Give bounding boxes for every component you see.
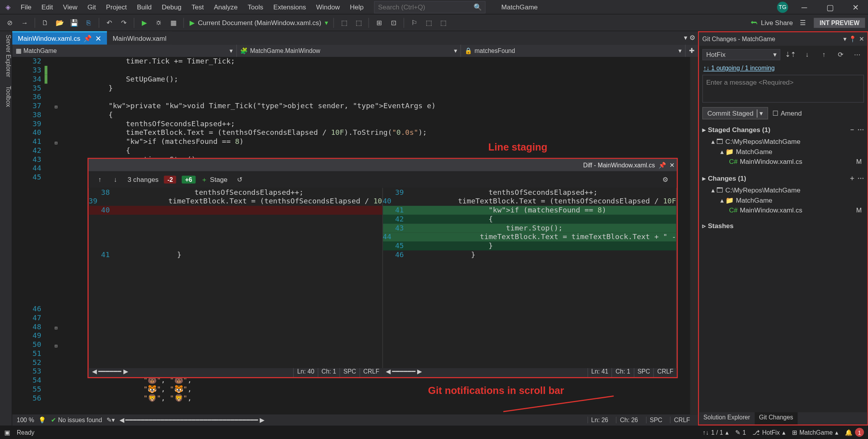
maximize-button[interactable]: ▢	[817, 2, 843, 11]
unstage-icon[interactable]: － ⋯	[849, 125, 864, 134]
tree-file[interactable]: C# MainWindow.xaml.csM	[702, 157, 864, 167]
bookmark-icon[interactable]: ⚐	[408, 16, 421, 29]
pin-icon[interactable]: 📌	[658, 161, 666, 169]
menu-window[interactable]: Window	[311, 3, 345, 11]
search-input[interactable]	[378, 3, 473, 11]
back-icon[interactable]: ⊘	[4, 16, 17, 29]
push-icon[interactable]: ↑	[817, 48, 830, 61]
menu-analyze[interactable]: Analyze	[209, 3, 242, 11]
commit-staged-button[interactable]: Commit Staged │▾	[702, 107, 768, 119]
solution-explorer-tab[interactable]: Solution Explorer	[699, 412, 754, 424]
repo-status[interactable]: ⊞ MatchGame ▴	[792, 429, 838, 436]
pin-icon[interactable]: 📍	[849, 35, 857, 42]
lightbulb-icon[interactable]: 💡	[38, 416, 46, 423]
menu-view[interactable]: View	[58, 3, 82, 11]
tree-repo[interactable]: ▴ 🗔 C:\MyRepos\MatchGame	[702, 185, 864, 195]
tree-project[interactable]: ▴ 📁 MatchGame	[702, 147, 864, 157]
prev-change-icon[interactable]: ↑	[93, 173, 107, 186]
zoom-level[interactable]: 100 %	[17, 417, 34, 423]
eol-mode[interactable]: CRLF	[670, 417, 693, 423]
menu-tools[interactable]: Tools	[242, 3, 268, 11]
undo-icon[interactable]: ↶	[103, 16, 116, 29]
menu-git[interactable]: Git	[82, 3, 101, 11]
nav-class[interactable]: 🧩 MatchGame.MainWindow▾	[237, 45, 461, 57]
menu-edit[interactable]: Edit	[36, 3, 58, 11]
output-icon[interactable]: ▣	[4, 429, 10, 436]
stage-icon[interactable]: ＋ ⋯	[849, 174, 864, 183]
sync-icon[interactable]: ⟳	[834, 48, 847, 61]
nav-project[interactable]: ▦ MatchGame▾	[12, 45, 237, 57]
panel-menu-icon[interactable]: ▾	[843, 35, 847, 42]
tree-repo[interactable]: ▴ 🗔 C:\MyRepos\MatchGame	[702, 137, 864, 147]
redo-icon[interactable]: ↷	[117, 16, 130, 29]
menu-build[interactable]: Build	[132, 3, 157, 11]
toolbox-tab[interactable]: Toolbox	[0, 86, 12, 107]
brush-icon[interactable]: ✎▾	[107, 416, 115, 423]
menu-extensions[interactable]: Extensions	[268, 3, 311, 11]
target-button[interactable]: ▦	[166, 16, 180, 29]
diff-left-pane[interactable]: 38 tenthsOfSecondsElapsed++;39 timeTextB…	[89, 188, 383, 368]
menu-test[interactable]: Test	[186, 3, 209, 11]
amend-checkbox[interactable]: ☐ Amend	[772, 109, 802, 117]
close-tab-icon[interactable]: ✕	[95, 34, 101, 43]
notifications-button[interactable]: 🔔1	[845, 428, 864, 437]
branch-selector[interactable]: HotFix▾	[702, 49, 780, 60]
run-button[interactable]: ▶ Current Document (MainWindow.xaml.cs) …	[187, 19, 330, 27]
new-icon[interactable]: 🗋	[38, 16, 52, 29]
tool-b-icon[interactable]: ⬚	[352, 16, 365, 29]
tab-settings-icon[interactable]: ⚙	[689, 34, 696, 42]
tool-f-icon[interactable]: ⬚	[437, 16, 450, 29]
server-explorer-tab[interactable]: Server Explorer	[0, 34, 12, 77]
overview-scrollbar[interactable]	[690, 57, 698, 414]
save-all-icon[interactable]: ⎘	[82, 16, 95, 29]
menu-file[interactable]: File	[16, 3, 36, 11]
tool-e-icon[interactable]: ⬚	[422, 16, 436, 29]
git-changes-tab[interactable]: Git Changes	[754, 412, 797, 424]
save-icon[interactable]: 💾	[67, 16, 81, 29]
doc-tab-active[interactable]: MainWindow.xaml.cs 📌 ✕	[12, 31, 107, 45]
pending-edits[interactable]: ✎ 1	[735, 429, 746, 436]
menu-debug[interactable]: Debug	[157, 3, 186, 11]
pull-icon[interactable]: ↓	[800, 48, 814, 61]
more-icon[interactable]: ⋯	[850, 48, 864, 61]
nav-member[interactable]: 🔒 matchesFound▾	[461, 45, 685, 57]
minimize-button[interactable]: ─	[792, 2, 817, 11]
tab-overflow-icon[interactable]: ▾	[684, 34, 687, 42]
pin-icon[interactable]: 📌	[83, 34, 92, 42]
branch-status[interactable]: ⎇ HotFix ▴	[752, 429, 785, 436]
start-icon[interactable]: ▶	[137, 16, 151, 29]
fetch-icon[interactable]: ⇣⇡	[784, 48, 797, 61]
tree-project[interactable]: ▴ 📁 MatchGame	[702, 195, 864, 205]
config-button[interactable]: ⛭	[152, 16, 165, 29]
issues-indicator[interactable]: ✔No issues found	[51, 416, 102, 423]
staged-changes-header[interactable]: ▸ Staged Changes (1)－ ⋯	[702, 125, 864, 134]
close-diff-icon[interactable]: ✕	[669, 161, 675, 169]
doc-tab[interactable]: MainWindow.xaml	[107, 31, 172, 45]
diff-right-pane[interactable]: 39 tenthsOfSecondsElapsed++;40 timeTextB…	[383, 188, 677, 368]
sync-status[interactable]: ↑↓ 1 / 1 ▴	[703, 429, 729, 436]
tree-file[interactable]: C# MainWindow.xaml.csM	[702, 205, 864, 216]
commit-message-input[interactable]: Enter a message <Required>	[702, 75, 864, 103]
close-panel-icon[interactable]: ✕	[859, 35, 864, 42]
menu-help[interactable]: Help	[345, 3, 369, 11]
indent-mode[interactable]: SPC	[646, 417, 666, 423]
open-icon[interactable]: 📂	[53, 16, 66, 29]
close-button[interactable]: ✕	[843, 2, 868, 11]
stage-button[interactable]: ＋Stage	[201, 175, 227, 184]
search-box[interactable]: 🔍	[374, 1, 486, 13]
live-share-button[interactable]: ⮪ Live Share	[749, 19, 795, 27]
next-change-icon[interactable]: ↓	[108, 173, 122, 186]
revert-icon[interactable]: ↺	[233, 173, 246, 186]
tool-a-icon[interactable]: ⬚	[337, 16, 351, 29]
split-icon[interactable]: ✚	[685, 45, 698, 57]
tool-c-icon[interactable]: ⊞	[373, 16, 386, 29]
tool-d-icon[interactable]: ⊡	[387, 16, 400, 29]
user-avatar[interactable]: TG	[777, 2, 788, 13]
stashes-header[interactable]: ▹ Stashes	[702, 222, 864, 230]
forward-icon[interactable]: →	[18, 16, 31, 29]
diff-settings-icon[interactable]: ⚙	[659, 173, 672, 186]
feedback-icon[interactable]: ☰	[796, 16, 810, 29]
menu-project[interactable]: Project	[101, 3, 132, 11]
outgoing-incoming-link[interactable]: ↑↓ 1 outgoing / 1 incoming	[699, 63, 867, 73]
changes-header[interactable]: ▸ Changes (1)＋ ⋯	[702, 174, 864, 183]
